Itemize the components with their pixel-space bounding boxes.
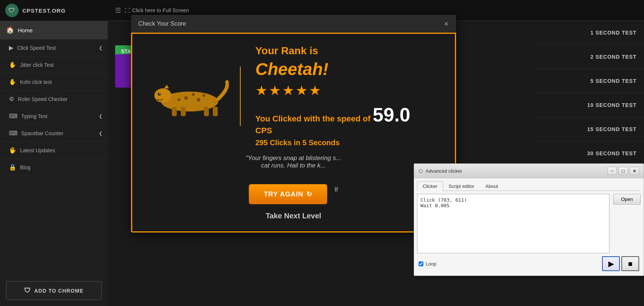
- test-label: 30 SECOND TEST: [587, 150, 637, 156]
- hand-icon-2: ✋: [9, 78, 16, 85]
- star-2: ★: [269, 83, 281, 98]
- svg-rect-3: [180, 107, 185, 116]
- play-button[interactable]: ▶: [602, 256, 620, 271]
- sidebar-header: 🛡 CPSTEST.ORG: [0, 0, 108, 21]
- action-row: TRY AGAIN ↻ If: [249, 175, 338, 204]
- quote-line-2: cat runs. Hail to the k...: [245, 162, 341, 169]
- svg-rect-4: [204, 107, 208, 116]
- star-5: ★: [309, 83, 321, 98]
- test-item-2-second[interactable]: 2 SECOND TEST: [533, 45, 644, 69]
- rank-label: Your Rank is: [256, 45, 318, 57]
- quote-line-1: "Your fingers snap at blistering s...: [245, 154, 341, 162]
- chevron-right-icon-2: ❮: [99, 114, 103, 119]
- cheetah-image: [140, 66, 232, 126]
- open-button[interactable]: Open: [613, 194, 641, 205]
- script-editor-textarea[interactable]: [417, 194, 609, 253]
- sidebar-item-label: Latest Updates: [20, 147, 55, 153]
- sidebar-item-kohi-click[interactable]: ✋ Kohi click test: [0, 74, 108, 91]
- cheetah-svg: [143, 74, 229, 118]
- maximize-button[interactable]: □: [618, 167, 628, 175]
- adv-clicker-title: ⬡ Advanced clicker: [419, 168, 462, 174]
- refresh-icon: ↻: [306, 190, 312, 198]
- lock-icon: 🔒: [9, 164, 16, 171]
- test-item-10-second[interactable]: 10 SECOND TEST: [533, 93, 644, 117]
- test-label: 1 SECOND TEST: [591, 30, 637, 36]
- cursor-icon: ▶: [9, 44, 13, 51]
- tab-script-editor[interactable]: Script editor: [443, 181, 480, 191]
- sidebar: 🛡 CPSTEST.ORG 🏠 Home ▶ Click Speed Test …: [0, 0, 108, 306]
- adv-clicker-title-text: Advanced clicker: [426, 168, 462, 174]
- svg-point-9: [202, 94, 205, 97]
- test-label: 2 SECOND TEST: [591, 54, 637, 60]
- add-to-chrome-button[interactable]: 🛡 ADD TO CHROME: [6, 281, 102, 300]
- svg-rect-5: [212, 107, 217, 116]
- sidebar-item-label: Blog: [20, 165, 30, 170]
- rank-info: Your Rank is Cheetah! ★ ★ ★ ★ ★ You Clic…: [256, 45, 410, 147]
- chrome-icon: 🛡: [24, 287, 31, 294]
- sidebar-item-label: Kohi click test: [20, 79, 52, 85]
- play-icon: ▶: [608, 259, 614, 268]
- speed-text: You Clicked with the speed of: [256, 114, 371, 124]
- hand-icon: ✋: [9, 61, 16, 68]
- sidebar-bottom: 🛡 ADD TO CHROME: [0, 275, 108, 306]
- adv-clicker-controls: － □ ✕: [607, 167, 639, 175]
- test-item-15-second[interactable]: 15 SECOND TEST: [533, 117, 644, 141]
- speed-display: You Clicked with the speed of 59.0: [256, 104, 410, 126]
- adv-content: Open: [417, 194, 641, 253]
- close-window-button[interactable]: ✕: [630, 167, 639, 175]
- svg-point-1: [154, 88, 171, 102]
- sidebar-title: CPSTEST.ORG: [22, 7, 66, 14]
- if-label: If: [335, 186, 338, 193]
- loop-checkbox-label[interactable]: Loop: [419, 261, 436, 267]
- test-item-1-second[interactable]: 1 SECOND TEST: [533, 21, 644, 45]
- divider-line: [240, 66, 241, 126]
- svg-marker-13: [164, 85, 169, 88]
- star-4: ★: [296, 83, 308, 98]
- svg-rect-2: [172, 107, 176, 116]
- stop-button[interactable]: ■: [621, 256, 639, 271]
- sidebar-item-label: Jitter click Test: [20, 62, 54, 68]
- stop-icon: ■: [628, 260, 632, 268]
- shield-icon: 🛡: [9, 7, 15, 14]
- tab-clicker[interactable]: Clicker: [417, 181, 443, 191]
- test-item-5-second[interactable]: 5 SECOND TEST: [533, 69, 644, 93]
- test-label: 10 SECOND TEST: [587, 102, 637, 108]
- modal-header: Check Your Score ×: [131, 15, 456, 33]
- chevron-right-icon-3: ❮: [99, 131, 103, 136]
- updates-icon: 🖐: [9, 147, 16, 154]
- rank-name: Cheetah!: [256, 59, 329, 79]
- sidebar-item-typing-test[interactable]: ⌨ Typing Test ❮: [0, 108, 108, 125]
- sidebar-item-label: Roler Speed Checker: [18, 96, 68, 102]
- sidebar-item-blog[interactable]: 🔒 Blog: [0, 159, 108, 176]
- speed-number: 59.0: [373, 104, 410, 126]
- sidebar-item-label: Click Speed Test: [17, 45, 56, 51]
- rank-section: Your Rank is Cheetah! ★ ★ ★ ★ ★ You Clic…: [140, 45, 448, 147]
- sidebar-item-click-speed-test[interactable]: ▶ Click Speed Test ❮: [0, 39, 108, 56]
- test-item-30-second[interactable]: 30 SECOND TEST: [533, 141, 644, 166]
- modal-title: Check Your Score: [139, 20, 186, 27]
- sidebar-item-spacebar[interactable]: ⌨ Spacebar Counter ❮: [0, 125, 108, 142]
- keyboard-icon-2: ⌨: [9, 130, 17, 137]
- next-level-text: Take Next Level: [266, 212, 321, 220]
- keyboard-icon: ⌨: [9, 113, 17, 120]
- star-3: ★: [282, 83, 294, 98]
- sidebar-item-latest-updates[interactable]: 🖐 Latest Updates: [0, 142, 108, 159]
- quote-section: "Your fingers snap at blistering s... ca…: [245, 154, 341, 169]
- svg-point-8: [196, 98, 200, 101]
- test-label: 15 SECOND TEST: [587, 126, 637, 132]
- home-label: Home: [18, 27, 33, 33]
- sidebar-item-jitter-click[interactable]: ✋ Jitter click Test: [0, 56, 108, 74]
- gear-icon: ⚙: [9, 95, 14, 102]
- try-again-button[interactable]: TRY AGAIN ↻: [249, 184, 327, 204]
- loop-checkbox[interactable]: [419, 261, 423, 266]
- modal-close-button[interactable]: ×: [444, 20, 449, 27]
- svg-point-10: [178, 98, 180, 101]
- try-again-label: TRY AGAIN: [264, 191, 303, 198]
- test-label: 5 SECOND TEST: [591, 78, 637, 84]
- cps-label: CPS: [256, 126, 272, 136]
- tab-about[interactable]: About: [480, 181, 504, 191]
- sidebar-item-home[interactable]: 🏠 Home: [0, 21, 108, 39]
- svg-point-7: [192, 93, 195, 96]
- minimize-button[interactable]: －: [607, 167, 617, 175]
- sidebar-item-roler-speed[interactable]: ⚙ Roler Speed Checker: [0, 91, 108, 108]
